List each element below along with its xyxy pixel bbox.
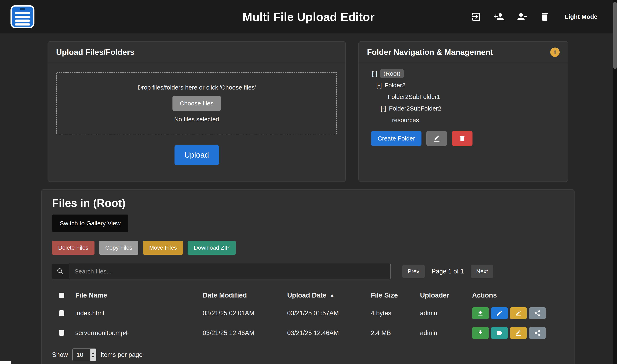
delete-folder-icon[interactable] (452, 131, 472, 146)
scrollbar-thumb[interactable] (613, 2, 617, 69)
folder-panel: Folder Navigation & Management [-] (Root… (358, 41, 568, 182)
row-actions (472, 327, 564, 339)
move-files-button[interactable]: Move Files (143, 241, 183, 255)
tree-item-folder2subfolder2[interactable]: [-] Folder2SubFolder2 (359, 103, 568, 114)
folder-panel-title: Folder Navigation & Management (367, 48, 493, 57)
share-file-icon[interactable] (529, 307, 546, 319)
file-dropzone[interactable]: Drop files/folders here or click 'Choose… (56, 72, 337, 134)
app-title: Multi File Upload Editor (242, 10, 375, 24)
upload-button[interactable]: Upload (174, 145, 219, 165)
file-name-cell: index.html (75, 310, 203, 317)
sort-ascending-icon: ▲ (329, 292, 335, 299)
download-file-icon[interactable] (472, 327, 489, 339)
download-zip-button[interactable]: Download ZIP (188, 241, 236, 255)
stepper-icon[interactable] (90, 349, 96, 361)
files-table: File Name Date Modified Upload Date ▲ Fi… (52, 287, 564, 343)
page-size-select[interactable]: 10 (72, 349, 96, 361)
top-panels-row: Upload Files/Folders Drop files/folders … (48, 41, 568, 182)
select-all-checkbox[interactable] (59, 293, 64, 298)
upload-panel-header: Upload Files/Folders (48, 42, 345, 63)
upload-panel: Upload Files/Folders Drop files/folders … (48, 41, 346, 182)
row-checkbox[interactable] (59, 310, 64, 316)
tree-label: Folder2SubFolder2 (389, 105, 442, 112)
file-row-index-html: index.html 03/21/25 02:01AM 03/21/25 01:… (52, 303, 564, 323)
column-header-upload-date-label: Upload Date (287, 291, 327, 299)
column-header-actions: Actions (472, 291, 564, 299)
upload-panel-title: Upload Files/Folders (56, 48, 134, 57)
items-per-page-label: items per page (101, 351, 143, 359)
file-name-cell: servermonitor.mp4 (75, 329, 203, 337)
app-logo-icon (9, 4, 36, 29)
tree-item-root[interactable]: [-] (Root) (359, 68, 568, 79)
page-size-control: Show 10 items per page (52, 349, 564, 361)
column-header-uploader[interactable]: Uploader (420, 291, 472, 299)
file-size-cell: 4 bytes (371, 310, 420, 317)
row-actions (472, 307, 564, 319)
uploader-cell: admin (420, 310, 472, 317)
upload-date-cell: 03/21/25 01:57AM (287, 310, 371, 317)
tree-label: Folder2SubFolder1 (388, 93, 440, 100)
show-label: Show (52, 351, 68, 359)
search-input[interactable] (69, 264, 391, 279)
rename-file-icon[interactable] (510, 307, 527, 319)
files-panel: Files in (Root) Switch to Gallery View D… (41, 189, 575, 364)
pagination-status: Page 1 of 1 (432, 268, 464, 275)
file-row-servermonitor-mp4: servermonitor.mp4 03/21/25 12:46AM 03/21… (52, 323, 564, 343)
scrollbar (613, 0, 617, 364)
date-modified-cell: 03/21/25 12:46AM (203, 329, 287, 337)
bulk-actions-row: Delete Files Copy Files Move Files Downl… (52, 241, 564, 255)
column-header-file-name[interactable]: File Name (75, 291, 203, 299)
partial-bottom-element (0, 361, 11, 364)
file-size-cell: 2.4 MB (371, 329, 420, 337)
delete-account-icon[interactable] (539, 11, 550, 22)
column-header-file-size[interactable]: File Size (371, 291, 420, 299)
tree-item-folder2[interactable]: [-] Folder2 (359, 79, 568, 91)
gallery-view-toggle-button[interactable]: Switch to Gallery View (52, 215, 128, 232)
tree-item-folder2subfolder1[interactable]: Folder2SubFolder1 (359, 91, 568, 103)
create-folder-button[interactable]: Create Folder (371, 131, 421, 146)
dropzone-text: Drop files/folders here or click 'Choose… (137, 84, 256, 91)
video-preview-icon[interactable] (491, 327, 508, 339)
search-and-pagination-row: Prev Page 1 of 1 Next (52, 264, 564, 279)
uploader-cell: admin (420, 329, 472, 337)
tree-item-resources[interactable]: resources (359, 114, 568, 126)
column-header-date-modified[interactable]: Date Modified (203, 291, 287, 299)
logout-icon[interactable] (470, 11, 482, 22)
upload-date-cell: 03/21/25 12:46AM (287, 329, 371, 337)
next-page-button[interactable]: Next (471, 265, 493, 278)
tree-label: (Root) (380, 69, 404, 78)
table-header-row: File Name Date Modified Upload Date ▲ Fi… (52, 287, 564, 303)
copy-files-button[interactable]: Copy Files (99, 241, 138, 255)
info-icon[interactable] (550, 48, 560, 57)
rename-folder-icon[interactable] (426, 131, 447, 146)
collapse-toggle[interactable]: [-] (376, 82, 382, 89)
rename-file-icon[interactable] (510, 327, 527, 339)
search-icon[interactable] (52, 264, 69, 279)
person-add-icon[interactable] (493, 11, 505, 22)
folder-actions-row: Create Folder (371, 131, 568, 146)
collapse-toggle[interactable]: [-] (372, 70, 377, 77)
no-files-text: No files selected (174, 116, 219, 123)
tree-label: Folder2 (385, 82, 405, 89)
page-size-value: 10 (73, 351, 90, 358)
share-file-icon[interactable] (529, 327, 546, 339)
edit-file-icon[interactable] (491, 307, 508, 319)
choose-files-button[interactable]: Choose files (173, 96, 221, 111)
person-remove-icon[interactable] (516, 11, 528, 22)
app-header: Multi File Upload Editor Light Mode (0, 0, 617, 33)
row-checkbox[interactable] (59, 330, 64, 336)
column-header-upload-date[interactable]: Upload Date ▲ (287, 291, 371, 299)
delete-files-button[interactable]: Delete Files (52, 241, 94, 255)
date-modified-cell: 03/21/25 02:01AM (203, 310, 287, 317)
upload-button-row: Upload (48, 145, 345, 165)
prev-page-button[interactable]: Prev (402, 265, 425, 278)
header-actions: Light Mode (470, 11, 597, 22)
folder-tree: [-] (Root) [-] Folder2 Folder2SubFolder1… (359, 63, 568, 126)
folder-panel-header: Folder Navigation & Management (359, 42, 568, 63)
download-file-icon[interactable] (472, 307, 489, 319)
theme-toggle-button[interactable]: Light Mode (565, 13, 597, 20)
collapse-toggle[interactable]: [-] (381, 105, 386, 112)
tree-label: resources (392, 117, 419, 124)
files-panel-title: Files in (Root) (52, 196, 564, 209)
